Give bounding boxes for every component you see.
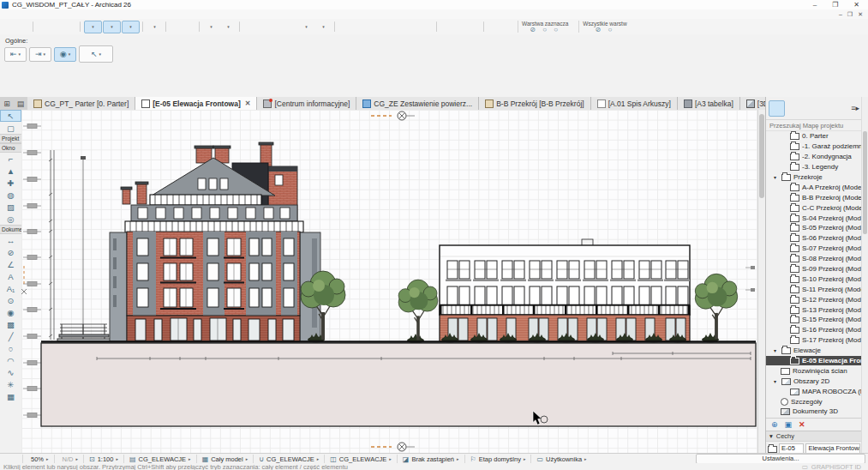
toolbar-icon[interactable] — [33, 21, 33, 32]
toolbox-tool[interactable]: ∠ — [0, 258, 21, 270]
tree-item[interactable]: S-05 Przekrój (Model - przebu — [766, 223, 862, 233]
toolbox-tool[interactable]: A — [0, 270, 21, 282]
toolbar-icon[interactable] — [421, 21, 434, 33]
toolbox-tool[interactable]: ▨ — [0, 201, 21, 213]
toolbox-tool[interactable]: ↔ — [0, 234, 21, 246]
view-tab[interactable]: CG_ZE Zestawienie powierz... — [356, 97, 479, 110]
detail-marker[interactable] — [21, 266, 27, 294]
quick-option-segment[interactable]: ▦ Cały model ▸ — [196, 455, 254, 463]
toolbar-icon[interactable] — [239, 21, 240, 32]
toolbar-icon[interactable] — [203, 21, 219, 33]
scrollbar-thumb[interactable] — [759, 114, 764, 198]
infobox-button[interactable]: ↖▾ — [79, 45, 113, 63]
tree-item[interactable]: A-A Przekrój (Model - przebud — [766, 182, 862, 192]
toolbar-icon[interactable] — [37, 21, 50, 33]
drawing-canvas[interactable] — [21, 110, 757, 453]
toolbar-icon[interactable] — [271, 21, 284, 33]
tree-item[interactable]: S-12 Przekrój (Model - przebu — [766, 294, 862, 304]
panel-tab-icon[interactable] — [787, 100, 801, 115]
toolbox-tool[interactable]: ╱ — [0, 330, 21, 342]
close-button[interactable]: ✕ — [853, 1, 859, 9]
delete-viewpoint-button[interactable]: ✕ — [799, 420, 805, 429]
left-building[interactable] — [110, 142, 320, 341]
toolbar-icon[interactable] — [366, 21, 379, 33]
toolbox-tool[interactable]: Projekt — [0, 134, 21, 143]
toolbar-icon[interactable] — [436, 21, 437, 32]
tree-item[interactable]: S-06 Przekrój (Model - przebu — [766, 233, 862, 244]
view-tab[interactable]: [Centrum informacyjne] — [257, 97, 356, 110]
toolbar-icon[interactable] — [170, 21, 183, 33]
underground-mass[interactable] — [41, 343, 756, 426]
tree-item[interactable]: S-08 Przekrój (Model - przebu — [766, 254, 862, 264]
tree-item[interactable]: S-10 Przekrój (Model - przebu — [766, 274, 862, 284]
view-tab[interactable]: CG_PT_ Parter [0. Parter] — [27, 97, 135, 110]
toolbox-tool[interactable]: ✳ — [0, 378, 21, 390]
tree-item[interactable]: B-B Przekrój (Model - przebud — [766, 192, 862, 202]
toolbar-icon[interactable] — [257, 21, 270, 33]
toolbar-icon[interactable] — [298, 21, 314, 33]
toolbar-icon[interactable] — [243, 21, 256, 33]
toolbox-tool[interactable]: ◠ — [0, 354, 21, 366]
toolbar-icon[interactable] — [380, 21, 392, 33]
tab-overview-icon[interactable]: ⊞ — [0, 97, 14, 110]
toolbar-icon[interactable] — [454, 21, 467, 33]
tree-item[interactable]: S-15 Przekrój (Model - przebu — [766, 315, 862, 325]
tree-item[interactable]: -3. Legendy — [766, 162, 862, 172]
tree-item[interactable]: -2. Kondygnacja — [766, 152, 862, 162]
toolbar-icon[interactable] — [80, 21, 81, 32]
infobox-button[interactable]: ⇤▾ — [4, 47, 27, 62]
chevron-expand-icon[interactable]: ▾ — [774, 378, 779, 384]
chevron-expand-icon[interactable]: ▾ — [774, 347, 779, 353]
tree-item[interactable]: -1. Garaż podziemny — [766, 142, 862, 152]
selected-layer-control[interactable]: Warstwa zaznacza ⊘ ○ ○ — [518, 21, 572, 33]
toolbar-icon[interactable] — [468, 21, 481, 33]
toolbox-tool[interactable]: ◎ — [0, 213, 21, 225]
tree-item[interactable]: E-05 Elewacja Frontowa (Mod — [766, 356, 862, 366]
scrollbar-thumb[interactable] — [863, 131, 867, 234]
toolbox-tool[interactable]: ○ — [0, 342, 21, 354]
toolbox-tool[interactable]: ⊙ — [0, 294, 21, 306]
minimize-button[interactable]: – — [813, 1, 817, 9]
search-input[interactable] — [766, 122, 862, 130]
toolbox-tool[interactable]: Okno — [0, 143, 21, 153]
view-tab[interactable]: [E-05 Elewacja Frontowa] ✕ — [135, 97, 257, 110]
toolbar-icon[interactable] — [199, 21, 200, 32]
toolbox-tool[interactable]: ◉ — [0, 306, 21, 318]
toolbox-tool[interactable]: ▲ — [0, 165, 21, 177]
panel-tab-icon[interactable] — [769, 100, 785, 117]
quick-option-segment[interactable]: ◪ Brak zastąpień ▸ — [397, 455, 464, 463]
toolbar-icon[interactable] — [338, 21, 351, 33]
toolbar-icon[interactable] — [284, 21, 297, 33]
tree-item[interactable]: MAPA ROBOCZA (Niezależny) — [766, 386, 862, 396]
toolbar-icon[interactable] — [84, 21, 102, 33]
toolbox-tool[interactable]: ✚ — [0, 177, 21, 189]
toolbar-icon[interactable] — [488, 21, 500, 33]
bench[interactable] — [57, 324, 111, 341]
toolbar-icon[interactable] — [393, 21, 406, 33]
toolbox-tool[interactable]: ▦ — [0, 390, 21, 402]
toolbox-tool[interactable]: ∿ — [0, 366, 21, 378]
right-building[interactable] — [440, 239, 690, 341]
quick-option-segment[interactable]: ⊡ 1:100 ▸ — [83, 455, 123, 463]
toolbar-icon[interactable] — [17, 21, 30, 33]
toolbox-tool[interactable]: ⊘ — [0, 246, 21, 258]
toolbox-tool[interactable]: ▢ — [0, 122, 21, 134]
toolbar-icon[interactable] — [440, 21, 453, 33]
tree-item[interactable]: S-07 Przekrój (Model - przebu — [766, 244, 862, 254]
toolbox-tool[interactable]: ◍ — [0, 189, 21, 201]
quick-option-segment[interactable]: 50% ▸ — [22, 455, 54, 463]
tab-popup-icon[interactable]: ▤ — [14, 97, 27, 110]
view-tab[interactable]: [A.01 Spis Arkuszy] — [591, 97, 678, 110]
toolbar-icon[interactable] — [165, 21, 166, 32]
panel-tab-icon[interactable] — [803, 100, 817, 115]
mdi-minimize-button[interactable]: – — [839, 11, 842, 18]
tab-close-icon[interactable]: ✕ — [245, 99, 251, 107]
toolbox-tool[interactable]: ⌐ — [0, 153, 21, 165]
quick-option-segment[interactable]: ∪ CG_ELEWACJE ▸ — [253, 455, 324, 463]
toolbar-icon[interactable] — [483, 21, 484, 32]
infobox-button[interactable]: ⇥▾ — [29, 47, 51, 62]
elevation-drawing[interactable] — [21, 110, 757, 453]
maximize-button[interactable]: ❐ — [832, 1, 838, 9]
toolbar-icon[interactable] — [315, 21, 332, 33]
tree-item[interactable]: S-04 Przekrój (Model - przebu — [766, 213, 862, 223]
